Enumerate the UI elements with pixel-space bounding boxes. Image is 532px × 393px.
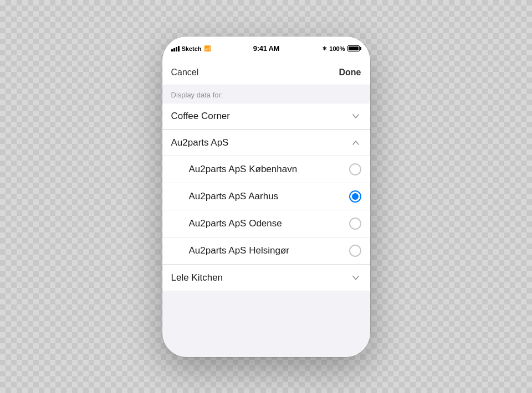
section-label: Display data for: (162, 85, 370, 104)
bluetooth-icon: ∗ (322, 45, 327, 52)
status-bar: Sketch 📶 9:41 AM ∗ 100% (162, 37, 370, 61)
radio-aarhus[interactable] (349, 190, 361, 203)
sub-item-label-kobenhavn: Au2parts ApS København (180, 164, 298, 175)
sub-item-kobenhavn[interactable]: Au2parts ApS København (162, 156, 370, 183)
chevron-down-icon-lele (350, 272, 361, 283)
group-item-coffee-corner[interactable]: Coffee Corner (162, 104, 370, 130)
sub-item-label-aarhus: Au2parts ApS Aarhus (180, 191, 279, 202)
done-button[interactable]: Done (339, 68, 361, 77)
bottom-area (162, 291, 370, 357)
wifi-icon: 📶 (204, 45, 211, 51)
group-label-lele-kitchen: Lele Kitchen (171, 272, 223, 283)
group-item-au2parts[interactable]: Au2parts ApS (162, 130, 370, 156)
sub-item-helsingor[interactable]: Au2parts ApS Helsingør (162, 237, 370, 265)
navigation-bar: Cancel Done (162, 61, 370, 85)
battery-icon (347, 45, 361, 51)
status-right: ∗ 100% (322, 45, 361, 52)
group-label-au2parts: Au2parts ApS (171, 137, 229, 148)
sub-item-label-odense: Au2parts ApS Odense (180, 218, 282, 229)
carrier-label: Sketch (182, 45, 202, 52)
radio-odense[interactable] (349, 218, 361, 230)
chevron-down-icon (350, 111, 361, 122)
group-label-coffee-corner: Coffee Corner (171, 111, 230, 122)
groups-list: Coffee Corner Au2parts ApS Au2parts ApS … (162, 104, 370, 291)
radio-kobenhavn[interactable] (349, 163, 361, 175)
sub-item-odense[interactable]: Au2parts ApS Odense (162, 210, 370, 237)
time-display: 9:41 AM (253, 44, 279, 53)
sub-item-aarhus[interactable]: Au2parts ApS Aarhus (162, 183, 370, 210)
sub-item-label-helsingor: Au2parts ApS Helsingør (180, 245, 289, 256)
chevron-up-icon (350, 137, 361, 148)
radio-helsingor[interactable] (349, 245, 361, 257)
cancel-button[interactable]: Cancel (171, 68, 199, 77)
signal-bars (171, 46, 180, 51)
phone-frame: Sketch 📶 9:41 AM ∗ 100% Cancel Done Disp… (162, 37, 370, 357)
status-left: Sketch 📶 (171, 45, 211, 52)
group-item-lele-kitchen[interactable]: Lele Kitchen (162, 265, 370, 291)
battery-percent: 100% (329, 45, 345, 52)
